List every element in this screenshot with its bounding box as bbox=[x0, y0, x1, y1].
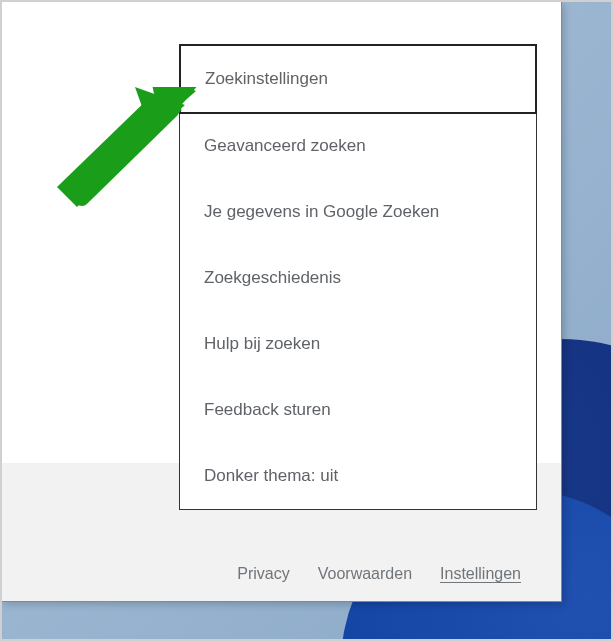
footer-settings-link[interactable]: Instellingen bbox=[440, 565, 521, 583]
menu-item-search-settings[interactable]: Zoekinstellingen bbox=[179, 44, 537, 114]
menu-item-search-history[interactable]: Zoekgeschiedenis bbox=[180, 245, 536, 311]
settings-dropdown-menu: Zoekinstellingen Geavanceerd zoeken Je g… bbox=[179, 44, 537, 510]
menu-item-help[interactable]: Hulp bij zoeken bbox=[180, 311, 536, 377]
window-body: Privacy Voorwaarden Instellingen Zoekins… bbox=[2, 2, 561, 601]
menu-item-feedback[interactable]: Feedback sturen bbox=[180, 377, 536, 443]
menu-item-dark-theme[interactable]: Donker thema: uit bbox=[180, 443, 536, 509]
menu-item-your-data[interactable]: Je gegevens in Google Zoeken bbox=[180, 179, 536, 245]
browser-window: Privacy Voorwaarden Instellingen Zoekins… bbox=[2, 2, 562, 602]
footer-terms-link[interactable]: Voorwaarden bbox=[318, 565, 412, 583]
menu-item-advanced-search[interactable]: Geavanceerd zoeken bbox=[180, 113, 536, 179]
footer-privacy-link[interactable]: Privacy bbox=[237, 565, 289, 583]
